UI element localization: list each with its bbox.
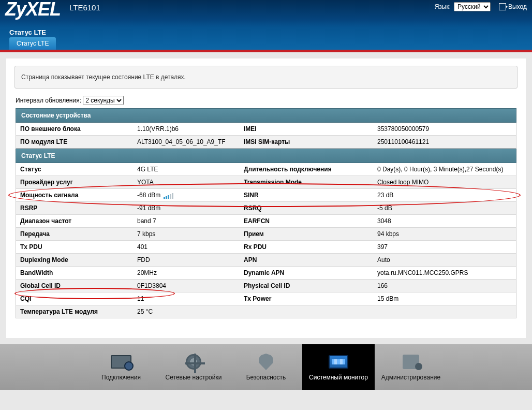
field-label: EARFCN <box>240 215 373 227</box>
lte-row: Провайдер услугYOTATransmission ModeClos… <box>16 175 516 188</box>
field-label: Статус <box>16 163 133 175</box>
field-label: ПО внешнего блока <box>16 123 133 135</box>
field-value: 401 <box>133 241 240 253</box>
field-value <box>373 305 516 318</box>
field-value: yota.ru.MNC011.MCC250.GPRS <box>373 267 516 279</box>
logout-icon <box>499 3 506 10</box>
nav-administration-icon <box>400 353 422 371</box>
field-value: 0 Day(s), 0 Hour(s), 3 Minute(s),27 Seco… <box>373 163 516 175</box>
content-panel: Страница показывает текущее состояние LT… <box>6 58 526 338</box>
field-label: Длительность подключения <box>240 163 373 175</box>
tab-bar: Статус LTE <box>9 37 56 50</box>
field-label: Duplexing Mode <box>16 254 133 266</box>
lte-status-header: Статус LTE <box>16 149 516 163</box>
field-label: IMEI <box>240 123 373 135</box>
field-value: 7 kbps <box>133 228 240 240</box>
field-value: 166 <box>373 280 516 292</box>
field-value: -5 dB <box>373 202 516 214</box>
field-value: Closed loop MIMO <box>373 176 516 188</box>
refresh-label: Интервал обновления: <box>16 97 81 104</box>
device-row: ПО внешнего блока1.10(VRR.1)b6IMEI353780… <box>16 123 516 135</box>
nav-security-icon <box>255 353 277 371</box>
top-header: ZyXEL LTE6101 Язык: Русский Выход Статус… <box>0 0 532 50</box>
refresh-interval-select[interactable]: 2 секунды <box>83 96 124 105</box>
device-status-header: Состояние устройства <box>16 108 516 123</box>
field-value: 397 <box>373 241 516 253</box>
field-value: YOTA <box>133 176 240 188</box>
field-value: FDD <box>133 254 240 266</box>
bottom-nav: ПодключенияСетевые настройкиБезопасность… <box>0 344 532 390</box>
field-label: APN <box>240 254 373 266</box>
field-value: 15 dBm <box>373 292 516 305</box>
logout-label: Выход <box>508 3 527 10</box>
lte-row: RSRP-91 dBmRSRQ-5 dB <box>16 201 516 214</box>
field-value: Auto <box>373 254 516 266</box>
nav-label: Безопасность <box>246 374 286 381</box>
language-label: Язык: <box>435 3 451 10</box>
field-value: 4G LTE <box>133 163 240 175</box>
field-label: BandWidth <box>16 267 133 279</box>
field-label: Провайдер услуг <box>16 176 133 188</box>
field-value: 94 kbps <box>373 228 516 240</box>
field-label: Tx PDU <box>16 241 133 253</box>
nav-system-monitor[interactable]: Системный монитор <box>302 344 375 390</box>
page-title: Статус LTE <box>9 28 46 36</box>
brand-logo: ZyXEL <box>5 0 61 20</box>
field-label: RSRP <box>16 202 133 214</box>
language-select[interactable]: Русский <box>454 2 491 11</box>
lte-status-panel: Статус LTE Статус4G LTEДлительность подк… <box>16 149 516 318</box>
field-label: Physical Cell ID <box>240 280 373 292</box>
lte-row: Tx PDU401Rx PDU397 <box>16 240 516 253</box>
lte-row: Статус4G LTEДлительность подключения0 Da… <box>16 163 516 175</box>
field-value: 0F1D3804 <box>133 280 240 292</box>
field-label: RSRQ <box>240 202 373 214</box>
lte-row: Global Cell ID0F1D3804Physical Cell ID16… <box>16 279 516 292</box>
lte-row: Диапазон частотband 7EARFCN3048 <box>16 214 516 227</box>
field-label: Мощность сигнала <box>16 189 133 201</box>
device-status-panel: Состояние устройства ПО внешнего блока1.… <box>16 108 516 149</box>
field-label: SINR <box>240 189 373 201</box>
field-label: Диапазон частот <box>16 215 133 227</box>
top-right-controls: Язык: Русский Выход <box>435 2 527 11</box>
logout-button[interactable]: Выход <box>499 3 527 10</box>
field-label: Rx PDU <box>240 241 373 253</box>
info-banner: Страница показывает текущее состояние LT… <box>14 66 518 89</box>
field-value: 353780050000579 <box>373 123 516 135</box>
field-value: 23 dB <box>373 189 516 201</box>
nav-label: Системный монитор <box>309 374 368 381</box>
nav-security[interactable]: Безопасность <box>230 344 302 390</box>
lte-row: Мощность сигнала-68 dBmSINR23 dB <box>16 188 516 201</box>
lte-row: Передача7 kbpsПрием94 kbps <box>16 227 516 240</box>
model-name: LTE6101 <box>69 3 100 12</box>
field-label: IMSI SIM-карты <box>240 136 373 148</box>
nav-connections[interactable]: Подключения <box>85 344 157 390</box>
field-value: -68 dBm <box>133 189 240 201</box>
nav-administration[interactable]: Администрирование <box>375 344 447 390</box>
field-label <box>240 305 373 318</box>
lte-row: CQI11Tx Power15 dBm <box>16 292 516 305</box>
signal-strength-icon <box>164 193 173 199</box>
device-status-body: ПО внешнего блока1.10(VRR.1)b6IMEI353780… <box>16 123 516 149</box>
field-value: 250110100461121 <box>373 136 516 148</box>
field-value: 1.10(VRR.1)b6 <box>133 123 240 135</box>
field-value: band 7 <box>133 215 240 227</box>
lte-row: Duplexing ModeFDDAPNAuto <box>16 253 516 266</box>
field-value: 11 <box>133 292 240 305</box>
nav-network-settings[interactable]: Сетевые настройки <box>157 344 230 390</box>
field-label: Global Cell ID <box>16 280 133 292</box>
field-label: ПО модуля LTE <box>16 136 133 148</box>
field-label: Передача <box>16 228 133 240</box>
lte-row: Температура LTE модуля25 °C <box>16 305 516 318</box>
field-label: Температура LTE модуля <box>16 305 133 318</box>
nav-label: Сетевые настройки <box>166 374 222 381</box>
header-divider <box>0 50 532 52</box>
nav-network-settings-icon <box>182 353 205 371</box>
nav-connections-icon <box>110 353 132 371</box>
tab-lte-status[interactable]: Статус LTE <box>9 37 56 50</box>
refresh-row: Интервал обновления: 2 секунды <box>16 96 516 105</box>
field-value: 25 °C <box>133 305 240 318</box>
lte-status-body: Статус4G LTEДлительность подключения0 Da… <box>16 163 516 318</box>
tables-wrapper: Состояние устройства ПО внешнего блока1.… <box>10 108 522 318</box>
field-label: Transmission Mode <box>240 176 373 188</box>
field-value: ALT3100_04_05_06_10_A9_TF <box>133 136 240 148</box>
